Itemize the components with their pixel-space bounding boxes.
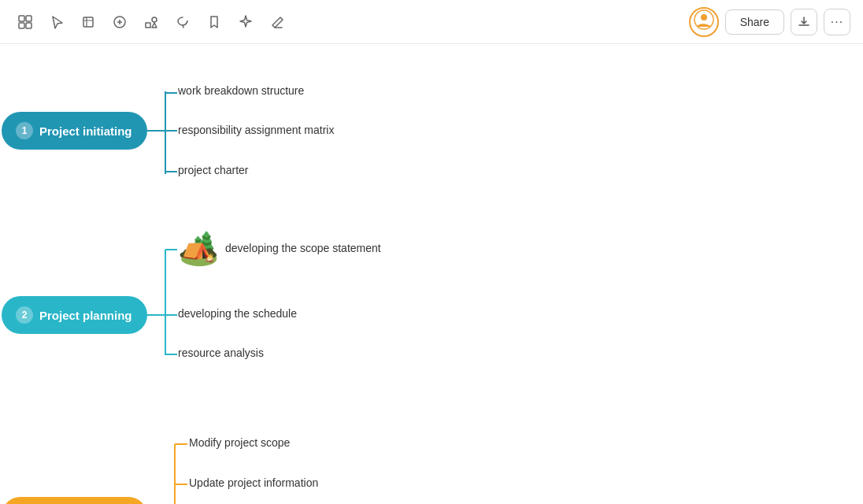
svg-rect-0 (19, 16, 24, 21)
eraser-icon[interactable] (265, 9, 290, 35)
more-options-button[interactable]: ··· (824, 9, 850, 35)
frame-icon[interactable] (76, 9, 101, 35)
branch-item-scope: 🏕️ developing the scope statement (178, 232, 381, 265)
branch-item-update: Update project information (189, 476, 318, 489)
download-button[interactable] (791, 9, 817, 35)
node-initiating-label: Project initiating (39, 124, 132, 138)
branch-item-ram: responsibility assignment matrix (178, 124, 334, 136)
branch-item-wbs: work breakdown structure (178, 84, 304, 97)
svg-rect-4 (83, 17, 93, 27)
branch-scope-text: developing the scope statement (225, 242, 381, 254)
branch-wbs-text: work breakdown structure (178, 84, 304, 97)
node-planning[interactable]: 2 Project planning (2, 296, 147, 334)
cursor-icon[interactable] (44, 9, 69, 35)
bookmark-icon[interactable] (202, 9, 227, 35)
branch-item-modify: Modify project scope (189, 436, 290, 449)
grid-icon[interactable] (13, 9, 38, 35)
node-initiating[interactable]: 1 Project initiating (2, 112, 147, 150)
node-execution[interactable]: 3 Project execution (2, 497, 147, 504)
svg-point-8 (701, 14, 707, 20)
camping-emoji: 🏕️ (178, 232, 219, 265)
branch-schedule-text: developing the schedule (178, 307, 297, 320)
branch-ram-text: responsibility assignment matrix (178, 124, 334, 136)
branch-resource-text: resource analysis (178, 346, 264, 359)
svg-rect-1 (26, 16, 31, 21)
toolbar-right: Share ··· (689, 7, 850, 37)
branch-item-schedule: developing the schedule (178, 307, 297, 320)
branch-charter-text: project charter (178, 164, 248, 176)
toolbar-tools (13, 9, 290, 35)
svg-rect-3 (26, 23, 31, 28)
plus-icon[interactable] (107, 9, 132, 35)
branch-item-resource: resource analysis (178, 346, 264, 359)
svg-point-6 (152, 17, 157, 22)
branch-modify-text: Modify project scope (189, 436, 290, 449)
lasso-icon[interactable] (170, 9, 195, 35)
node-planning-badge: 2 (16, 306, 33, 324)
branch-item-charter: project charter (178, 164, 248, 176)
node-planning-label: Project planning (39, 309, 132, 322)
user-avatar[interactable] (689, 7, 719, 37)
node-initiating-badge: 1 (16, 122, 33, 139)
user-avatar-icon (694, 9, 714, 35)
toolbar: Share ··· (0, 0, 863, 44)
shape-icon[interactable] (139, 9, 164, 35)
branch-update-text: Update project information (189, 476, 318, 489)
canvas: 1 Project initiating work breakdown stru… (0, 44, 863, 504)
svg-rect-2 (19, 23, 24, 28)
sparkle-icon[interactable] (233, 9, 258, 35)
share-button[interactable]: Share (725, 9, 784, 35)
